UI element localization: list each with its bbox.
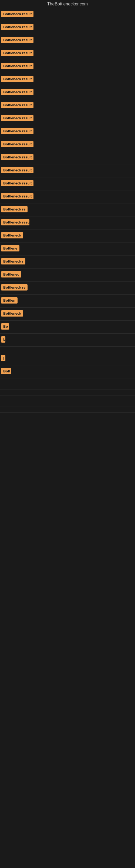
- bottleneck-result-label[interactable]: Bottlenec: [1, 271, 21, 278]
- list-item: Bottleneck result: [0, 190, 135, 204]
- bottleneck-result-label[interactable]: Bottleneck result: [1, 180, 34, 186]
- list-item: Bottleneck result: [0, 112, 135, 125]
- bottleneck-result-label[interactable]: |: [1, 355, 5, 361]
- list-item: Bottlen: [0, 294, 135, 308]
- bottleneck-result-label[interactable]: Bottleneck resul: [1, 219, 30, 225]
- list-item: Bo: [0, 321, 135, 334]
- list-item: Bottlenec: [0, 269, 135, 282]
- list-item: Bottleneck result: [0, 34, 135, 47]
- bottleneck-result-label[interactable]: Bottleneck result: [1, 141, 34, 147]
- bottleneck-result-label[interactable]: Bottleneck result: [1, 11, 34, 17]
- bottleneck-result-label[interactable]: Bottleneck result: [1, 63, 34, 69]
- list-item: Bottleneck re: [0, 282, 135, 294]
- list-item: [0, 378, 135, 384]
- bottleneck-result-label[interactable]: Bott: [1, 368, 11, 374]
- list-item: Bottleneck result: [0, 86, 135, 99]
- site-title: TheBottlenecker.com: [0, 0, 135, 8]
- list-item: [0, 396, 135, 401]
- list-item: |: [0, 352, 135, 365]
- list-item: [0, 407, 135, 412]
- list-item: Bottleneck result: [0, 21, 135, 34]
- list-item: Bottleneck: [0, 229, 135, 243]
- bottleneck-result-label[interactable]: Bottleneck result: [1, 154, 34, 160]
- list-item: Bottleneck result: [0, 60, 135, 73]
- bottleneck-result-label[interactable]: Bottleneck r: [1, 258, 26, 265]
- list-item: Bottleneck result: [0, 47, 135, 60]
- list-item: Bottleneck result: [0, 73, 135, 86]
- list-item: Bottlene: [0, 243, 135, 255]
- bottleneck-result-label[interactable]: Bo: [1, 323, 9, 330]
- list-item: b: [0, 334, 135, 347]
- list-item: Bottleneck resul: [0, 216, 135, 229]
- bottleneck-result-label[interactable]: b: [1, 336, 5, 343]
- bottleneck-result-label[interactable]: Bottlen: [1, 297, 17, 304]
- list-item: Bottleneck result: [0, 164, 135, 177]
- list-item: Bottleneck result: [0, 151, 135, 164]
- bottleneck-result-label[interactable]: Bottleneck result: [1, 24, 34, 30]
- list-item: Bottleneck result: [0, 138, 135, 151]
- bottleneck-result-label[interactable]: Bottleneck re: [1, 206, 28, 212]
- list-item: Bott: [0, 365, 135, 378]
- bottleneck-result-label[interactable]: Bottleneck: [1, 232, 23, 239]
- bottleneck-result-label[interactable]: Bottleneck result: [1, 115, 34, 121]
- bottleneck-result-label[interactable]: Bottleneck result: [1, 128, 34, 134]
- list-item: Bottleneck re: [0, 204, 135, 216]
- bottleneck-result-label[interactable]: Bottleneck result: [1, 50, 34, 56]
- list-item: Bottleneck result: [0, 99, 135, 112]
- list-item: Bottleneck result: [0, 177, 135, 190]
- bottleneck-result-label[interactable]: Bottleneck result: [1, 193, 34, 199]
- bottleneck-result-label[interactable]: Bottleneck result: [1, 76, 34, 82]
- bottleneck-result-label[interactable]: Bottlene: [1, 245, 19, 251]
- bottleneck-result-label[interactable]: Bottleneck result: [1, 89, 34, 95]
- list-item: [0, 390, 135, 396]
- bottleneck-result-label[interactable]: Bottleneck result: [1, 167, 34, 173]
- list-item: Bottleneck r: [0, 255, 135, 269]
- list-item: [0, 347, 135, 352]
- bottleneck-result-label[interactable]: Bottleneck: [1, 310, 23, 316]
- list-item: Bottleneck: [0, 308, 135, 321]
- list-item: [0, 384, 135, 390]
- list-item: [0, 401, 135, 407]
- bottleneck-result-label[interactable]: Bottleneck result: [1, 102, 34, 108]
- list-item: Bottleneck result: [0, 8, 135, 21]
- list-item: Bottleneck result: [0, 125, 135, 138]
- bottleneck-result-label[interactable]: Bottleneck re: [1, 284, 28, 290]
- bottleneck-result-label[interactable]: Bottleneck result: [1, 37, 34, 43]
